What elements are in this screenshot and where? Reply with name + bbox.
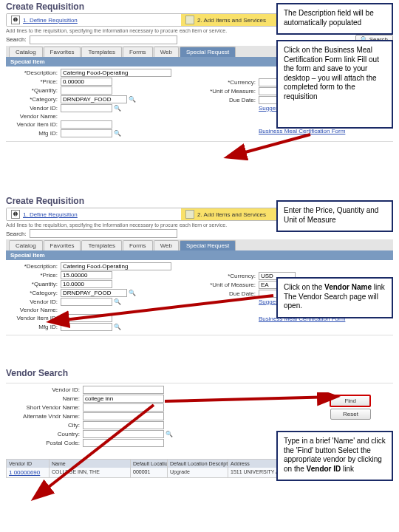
tab-forms[interactable]: Forms [123,240,153,250]
search-label: Search: [6,36,27,43]
description-input[interactable] [61,69,171,77]
doc-icon [185,16,194,24]
svg-line-2 [165,397,335,401]
step-1[interactable]: ➊1. Define Requisition [7,208,181,220]
step-2-label: 2. Add Items and Services [197,17,266,24]
svg-line-0 [229,134,310,157]
step-1[interactable]: ➊1. Define Requisition [7,14,181,26]
lookup-icon[interactable]: 🔍 [129,96,136,103]
quantity-input[interactable] [61,280,112,288]
tab-favorites[interactable]: Favorites [44,47,81,57]
tabs: Catalog Favorites Templates Forms Web Sp… [6,239,393,250]
vid-label: Vendor ID: [6,105,58,112]
vendor-id-input[interactable] [83,386,164,394]
tab-special-request[interactable]: Special Request [180,240,236,250]
tab-web[interactable]: Web [154,240,179,250]
tab-catalog[interactable]: Catalog [9,240,43,250]
price-label: *Price: [6,272,58,279]
mfg-label: Mfg ID: [6,130,58,137]
vendor-item-input[interactable] [61,120,112,129]
tab-special-request[interactable]: Special Request [180,47,236,57]
search-label: Search: [6,231,27,237]
qty-label: *Quantity: [6,281,58,287]
price-label: *Price: [6,78,58,85]
uom-label: *Unit of Measure: [204,282,256,288]
col-locdesc[interactable]: Default Location Description [168,460,228,468]
desc-label: *Description: [6,263,58,270]
search-input[interactable] [30,35,177,44]
lookup-icon[interactable]: 🔍 [114,130,121,137]
page-title: Vendor Search [6,368,393,378]
vitem-label: Vendor Item ID: [6,121,58,128]
due-label: Due Date: [204,97,256,103]
qty-label: *Quantity: [6,87,58,94]
tab-templates[interactable]: Templates [81,240,121,250]
callout-4: Click on the Vendor Name link The Vendor… [276,277,393,318]
vs-vid-label: Vendor ID: [6,386,80,393]
svg-line-1 [52,296,273,321]
tab-forms[interactable]: Forms [123,47,153,57]
callout-3: Enter the Price, Quantity and Unit of Me… [276,200,393,232]
price-input[interactable] [61,271,112,279]
search-input[interactable] [30,229,177,238]
callout-2: Click on the Business Meal Certification… [276,40,393,129]
callout-1: The Description field will be automatica… [276,3,393,35]
curr-label: *Currency: [204,79,256,86]
step-2-label: 2. Add Items and Services [197,211,266,218]
svg-line-3 [35,405,154,497]
lookup-icon[interactable]: 🔍 [114,105,121,112]
desc-label: *Description: [6,69,58,76]
step-1-link[interactable]: 1. Define Requisition [23,211,78,218]
tab-favorites[interactable]: Favorites [44,240,81,250]
mfg-id-input[interactable] [61,129,112,137]
step-1-link[interactable]: 1. Define Requisition [23,17,78,24]
tab-catalog[interactable]: Catalog [9,47,43,57]
tab-web[interactable]: Web [154,47,179,57]
cat-label: *Category: [6,96,58,103]
reset-button[interactable]: Reset [330,409,371,420]
curr-label: *Currency: [204,273,256,279]
vname-label: Vendor Name: [6,113,58,120]
section-bar: Special Item [6,250,393,260]
quantity-input[interactable] [61,86,112,95]
callout-5: Type in a brief 'Name' and click the 'Fi… [276,431,393,481]
category-input[interactable] [61,95,127,103]
uom-label: *Unit of Measure: [204,88,256,95]
doc-icon [185,210,194,219]
vendor-id-input[interactable] [61,104,112,112]
cell-locdesc: Upgrade [168,468,228,477]
price-input[interactable] [61,78,112,86]
description-input[interactable] [61,262,171,270]
tab-templates[interactable]: Templates [81,47,121,57]
